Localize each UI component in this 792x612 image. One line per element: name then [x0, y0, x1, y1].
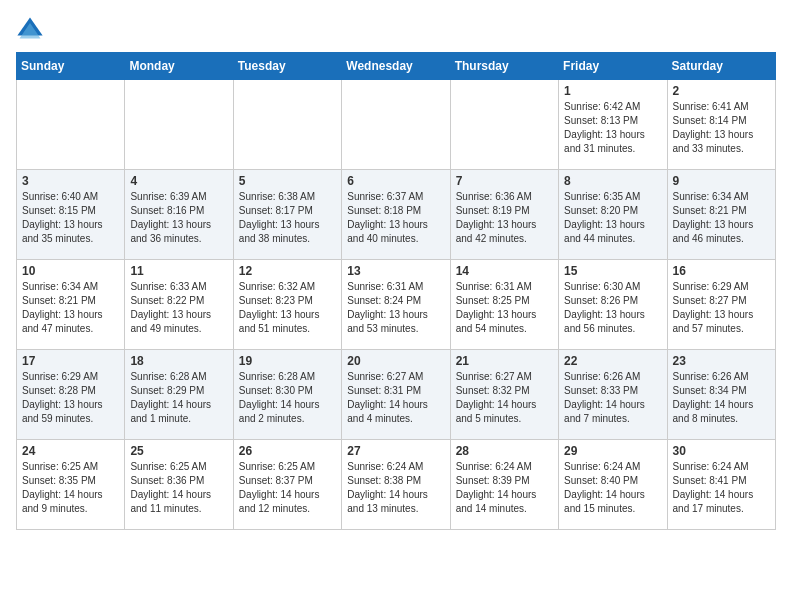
day-info: Sunrise: 6:31 AM Sunset: 8:24 PM Dayligh…	[347, 280, 444, 336]
day-number: 19	[239, 354, 336, 368]
calendar-cell: 16Sunrise: 6:29 AM Sunset: 8:27 PM Dayli…	[667, 260, 775, 350]
page-header	[16, 16, 776, 44]
calendar-cell: 4Sunrise: 6:39 AM Sunset: 8:16 PM Daylig…	[125, 170, 233, 260]
calendar-cell: 8Sunrise: 6:35 AM Sunset: 8:20 PM Daylig…	[559, 170, 667, 260]
day-info: Sunrise: 6:36 AM Sunset: 8:19 PM Dayligh…	[456, 190, 553, 246]
calendar-cell: 3Sunrise: 6:40 AM Sunset: 8:15 PM Daylig…	[17, 170, 125, 260]
calendar-cell: 21Sunrise: 6:27 AM Sunset: 8:32 PM Dayli…	[450, 350, 558, 440]
calendar-cell: 22Sunrise: 6:26 AM Sunset: 8:33 PM Dayli…	[559, 350, 667, 440]
calendar-table: SundayMondayTuesdayWednesdayThursdayFrid…	[16, 52, 776, 530]
day-number: 23	[673, 354, 770, 368]
day-number: 21	[456, 354, 553, 368]
day-number: 5	[239, 174, 336, 188]
calendar-cell: 24Sunrise: 6:25 AM Sunset: 8:35 PM Dayli…	[17, 440, 125, 530]
calendar-cell: 19Sunrise: 6:28 AM Sunset: 8:30 PM Dayli…	[233, 350, 341, 440]
calendar-cell: 29Sunrise: 6:24 AM Sunset: 8:40 PM Dayli…	[559, 440, 667, 530]
day-info: Sunrise: 6:24 AM Sunset: 8:38 PM Dayligh…	[347, 460, 444, 516]
day-number: 11	[130, 264, 227, 278]
day-number: 13	[347, 264, 444, 278]
calendar-cell: 9Sunrise: 6:34 AM Sunset: 8:21 PM Daylig…	[667, 170, 775, 260]
day-number: 8	[564, 174, 661, 188]
calendar-cell: 25Sunrise: 6:25 AM Sunset: 8:36 PM Dayli…	[125, 440, 233, 530]
day-info: Sunrise: 6:27 AM Sunset: 8:32 PM Dayligh…	[456, 370, 553, 426]
calendar-cell	[17, 80, 125, 170]
calendar-week-row: 1Sunrise: 6:42 AM Sunset: 8:13 PM Daylig…	[17, 80, 776, 170]
day-info: Sunrise: 6:34 AM Sunset: 8:21 PM Dayligh…	[673, 190, 770, 246]
calendar-cell: 28Sunrise: 6:24 AM Sunset: 8:39 PM Dayli…	[450, 440, 558, 530]
day-info: Sunrise: 6:39 AM Sunset: 8:16 PM Dayligh…	[130, 190, 227, 246]
day-number: 27	[347, 444, 444, 458]
calendar-cell: 18Sunrise: 6:28 AM Sunset: 8:29 PM Dayli…	[125, 350, 233, 440]
day-number: 16	[673, 264, 770, 278]
day-info: Sunrise: 6:24 AM Sunset: 8:41 PM Dayligh…	[673, 460, 770, 516]
day-info: Sunrise: 6:31 AM Sunset: 8:25 PM Dayligh…	[456, 280, 553, 336]
calendar-cell: 17Sunrise: 6:29 AM Sunset: 8:28 PM Dayli…	[17, 350, 125, 440]
day-number: 4	[130, 174, 227, 188]
day-info: Sunrise: 6:30 AM Sunset: 8:26 PM Dayligh…	[564, 280, 661, 336]
day-info: Sunrise: 6:26 AM Sunset: 8:33 PM Dayligh…	[564, 370, 661, 426]
calendar-cell: 23Sunrise: 6:26 AM Sunset: 8:34 PM Dayli…	[667, 350, 775, 440]
day-number: 18	[130, 354, 227, 368]
calendar-cell	[125, 80, 233, 170]
day-info: Sunrise: 6:38 AM Sunset: 8:17 PM Dayligh…	[239, 190, 336, 246]
day-number: 30	[673, 444, 770, 458]
weekday-header-sunday: Sunday	[17, 53, 125, 80]
calendar-cell: 10Sunrise: 6:34 AM Sunset: 8:21 PM Dayli…	[17, 260, 125, 350]
day-number: 17	[22, 354, 119, 368]
weekday-header-wednesday: Wednesday	[342, 53, 450, 80]
day-number: 29	[564, 444, 661, 458]
weekday-header-saturday: Saturday	[667, 53, 775, 80]
calendar-cell: 5Sunrise: 6:38 AM Sunset: 8:17 PM Daylig…	[233, 170, 341, 260]
day-info: Sunrise: 6:28 AM Sunset: 8:30 PM Dayligh…	[239, 370, 336, 426]
calendar-cell: 12Sunrise: 6:32 AM Sunset: 8:23 PM Dayli…	[233, 260, 341, 350]
calendar-week-row: 10Sunrise: 6:34 AM Sunset: 8:21 PM Dayli…	[17, 260, 776, 350]
day-number: 24	[22, 444, 119, 458]
day-number: 12	[239, 264, 336, 278]
calendar-cell	[342, 80, 450, 170]
day-number: 1	[564, 84, 661, 98]
calendar-week-row: 24Sunrise: 6:25 AM Sunset: 8:35 PM Dayli…	[17, 440, 776, 530]
weekday-header-monday: Monday	[125, 53, 233, 80]
day-number: 26	[239, 444, 336, 458]
day-number: 22	[564, 354, 661, 368]
day-info: Sunrise: 6:28 AM Sunset: 8:29 PM Dayligh…	[130, 370, 227, 426]
logo	[16, 16, 48, 44]
day-info: Sunrise: 6:24 AM Sunset: 8:39 PM Dayligh…	[456, 460, 553, 516]
day-info: Sunrise: 6:40 AM Sunset: 8:15 PM Dayligh…	[22, 190, 119, 246]
day-info: Sunrise: 6:33 AM Sunset: 8:22 PM Dayligh…	[130, 280, 227, 336]
calendar-cell: 1Sunrise: 6:42 AM Sunset: 8:13 PM Daylig…	[559, 80, 667, 170]
calendar-cell: 27Sunrise: 6:24 AM Sunset: 8:38 PM Dayli…	[342, 440, 450, 530]
day-info: Sunrise: 6:41 AM Sunset: 8:14 PM Dayligh…	[673, 100, 770, 156]
day-info: Sunrise: 6:25 AM Sunset: 8:36 PM Dayligh…	[130, 460, 227, 516]
day-number: 28	[456, 444, 553, 458]
day-info: Sunrise: 6:35 AM Sunset: 8:20 PM Dayligh…	[564, 190, 661, 246]
calendar-cell: 13Sunrise: 6:31 AM Sunset: 8:24 PM Dayli…	[342, 260, 450, 350]
day-info: Sunrise: 6:32 AM Sunset: 8:23 PM Dayligh…	[239, 280, 336, 336]
day-number: 15	[564, 264, 661, 278]
calendar-cell: 6Sunrise: 6:37 AM Sunset: 8:18 PM Daylig…	[342, 170, 450, 260]
calendar-week-row: 3Sunrise: 6:40 AM Sunset: 8:15 PM Daylig…	[17, 170, 776, 260]
day-number: 3	[22, 174, 119, 188]
day-info: Sunrise: 6:29 AM Sunset: 8:28 PM Dayligh…	[22, 370, 119, 426]
calendar-cell: 11Sunrise: 6:33 AM Sunset: 8:22 PM Dayli…	[125, 260, 233, 350]
calendar-cell: 15Sunrise: 6:30 AM Sunset: 8:26 PM Dayli…	[559, 260, 667, 350]
day-info: Sunrise: 6:26 AM Sunset: 8:34 PM Dayligh…	[673, 370, 770, 426]
day-number: 6	[347, 174, 444, 188]
day-info: Sunrise: 6:24 AM Sunset: 8:40 PM Dayligh…	[564, 460, 661, 516]
day-number: 9	[673, 174, 770, 188]
day-info: Sunrise: 6:27 AM Sunset: 8:31 PM Dayligh…	[347, 370, 444, 426]
calendar-cell: 2Sunrise: 6:41 AM Sunset: 8:14 PM Daylig…	[667, 80, 775, 170]
calendar-cell	[233, 80, 341, 170]
day-number: 7	[456, 174, 553, 188]
day-number: 25	[130, 444, 227, 458]
calendar-cell: 14Sunrise: 6:31 AM Sunset: 8:25 PM Dayli…	[450, 260, 558, 350]
day-info: Sunrise: 6:25 AM Sunset: 8:37 PM Dayligh…	[239, 460, 336, 516]
day-info: Sunrise: 6:25 AM Sunset: 8:35 PM Dayligh…	[22, 460, 119, 516]
day-info: Sunrise: 6:42 AM Sunset: 8:13 PM Dayligh…	[564, 100, 661, 156]
calendar-cell: 20Sunrise: 6:27 AM Sunset: 8:31 PM Dayli…	[342, 350, 450, 440]
calendar-cell: 26Sunrise: 6:25 AM Sunset: 8:37 PM Dayli…	[233, 440, 341, 530]
day-info: Sunrise: 6:29 AM Sunset: 8:27 PM Dayligh…	[673, 280, 770, 336]
calendar-cell: 7Sunrise: 6:36 AM Sunset: 8:19 PM Daylig…	[450, 170, 558, 260]
day-number: 20	[347, 354, 444, 368]
day-number: 10	[22, 264, 119, 278]
